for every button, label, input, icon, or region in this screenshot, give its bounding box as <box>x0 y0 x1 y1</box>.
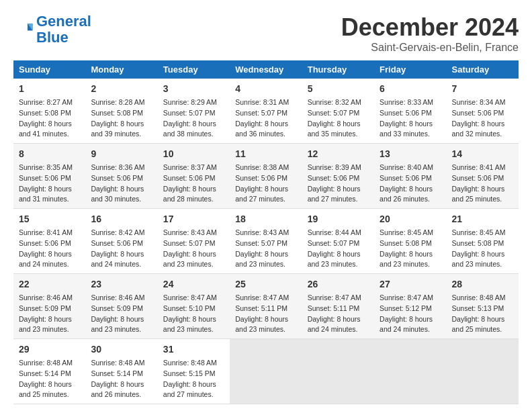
day-info: Sunrise: 8:47 AM Sunset: 5:11 PM Dayligh… <box>235 293 296 335</box>
day-number: 3 <box>163 82 224 96</box>
day-number: 17 <box>163 212 224 226</box>
day-number: 2 <box>91 82 152 96</box>
day-info: Sunrise: 8:38 AM Sunset: 5:06 PM Dayligh… <box>235 163 296 205</box>
day-number: 8 <box>19 147 80 161</box>
day-info: Sunrise: 8:48 AM Sunset: 5:14 PM Dayligh… <box>91 358 152 400</box>
day-number: 18 <box>235 212 296 226</box>
day-cell: 12 Sunrise: 8:39 AM Sunset: 5:06 PM Dayl… <box>302 144 374 209</box>
day-cell: 22 Sunrise: 8:46 AM Sunset: 5:09 PM Dayl… <box>13 274 85 339</box>
day-header-thursday: Thursday <box>302 60 374 79</box>
day-number: 9 <box>91 147 152 161</box>
day-cell: 8 Sunrise: 8:35 AM Sunset: 5:06 PM Dayli… <box>13 144 85 209</box>
week-row-4: 22 Sunrise: 8:46 AM Sunset: 5:09 PM Dayl… <box>13 274 519 339</box>
day-info: Sunrise: 8:27 AM Sunset: 5:08 PM Dayligh… <box>19 97 80 140</box>
day-number: 7 <box>452 82 513 96</box>
day-cell: 14 Sunrise: 8:41 AM Sunset: 5:06 PM Dayl… <box>447 144 519 209</box>
day-cell: 15 Sunrise: 8:41 AM Sunset: 5:06 PM Dayl… <box>13 209 85 274</box>
day-number: 16 <box>91 212 152 226</box>
location: Saint-Gervais-en-Belin, France <box>341 42 519 54</box>
day-header-monday: Monday <box>85 60 157 79</box>
week-row-3: 15 Sunrise: 8:41 AM Sunset: 5:06 PM Dayl… <box>13 209 519 274</box>
day-info: Sunrise: 8:45 AM Sunset: 5:08 PM Dayligh… <box>452 228 513 270</box>
week-row-2: 8 Sunrise: 8:35 AM Sunset: 5:06 PM Dayli… <box>13 144 519 209</box>
day-info: Sunrise: 8:47 AM Sunset: 5:12 PM Dayligh… <box>380 293 441 335</box>
day-cell <box>374 339 446 404</box>
day-cell: 20 Sunrise: 8:45 AM Sunset: 5:08 PM Dayl… <box>374 209 446 274</box>
day-info: Sunrise: 8:46 AM Sunset: 5:09 PM Dayligh… <box>19 293 80 335</box>
day-number: 26 <box>308 277 369 291</box>
day-cell: 5 Sunrise: 8:32 AM Sunset: 5:07 PM Dayli… <box>302 79 374 144</box>
day-info: Sunrise: 8:33 AM Sunset: 5:06 PM Dayligh… <box>380 97 441 140</box>
day-info: Sunrise: 8:39 AM Sunset: 5:06 PM Dayligh… <box>308 163 369 205</box>
day-number: 27 <box>380 277 441 291</box>
day-cell: 1 Sunrise: 8:27 AM Sunset: 5:08 PM Dayli… <box>13 79 85 144</box>
day-info: Sunrise: 8:47 AM Sunset: 5:10 PM Dayligh… <box>163 293 224 335</box>
day-number: 1 <box>19 82 80 96</box>
logo-icon <box>13 19 34 40</box>
day-number: 13 <box>380 147 441 161</box>
day-cell: 2 Sunrise: 8:28 AM Sunset: 5:08 PM Dayli… <box>85 79 157 144</box>
title-block: December 2024 Saint-Gervais-en-Belin, Fr… <box>341 13 519 54</box>
day-info: Sunrise: 8:34 AM Sunset: 5:06 PM Dayligh… <box>452 97 513 140</box>
day-info: Sunrise: 8:45 AM Sunset: 5:08 PM Dayligh… <box>380 228 441 270</box>
day-info: Sunrise: 8:48 AM Sunset: 5:13 PM Dayligh… <box>452 293 513 335</box>
day-cell <box>230 339 302 404</box>
day-info: Sunrise: 8:43 AM Sunset: 5:07 PM Dayligh… <box>163 228 224 270</box>
day-info: Sunrise: 8:37 AM Sunset: 5:06 PM Dayligh… <box>163 163 224 205</box>
day-number: 21 <box>452 212 513 226</box>
page-header: General Blue December 2024 Saint-Gervais… <box>13 13 519 54</box>
logo: General Blue <box>13 13 91 46</box>
day-number: 24 <box>163 277 224 291</box>
day-cell: 21 Sunrise: 8:45 AM Sunset: 5:08 PM Dayl… <box>447 209 519 274</box>
day-number: 10 <box>163 147 224 161</box>
day-cell: 11 Sunrise: 8:38 AM Sunset: 5:06 PM Dayl… <box>230 144 302 209</box>
day-number: 22 <box>19 277 80 291</box>
day-info: Sunrise: 8:44 AM Sunset: 5:07 PM Dayligh… <box>308 228 369 270</box>
day-number: 28 <box>452 277 513 291</box>
day-cell: 13 Sunrise: 8:40 AM Sunset: 5:06 PM Dayl… <box>374 144 446 209</box>
day-cell: 28 Sunrise: 8:48 AM Sunset: 5:13 PM Dayl… <box>447 274 519 339</box>
day-info: Sunrise: 8:40 AM Sunset: 5:06 PM Dayligh… <box>380 163 441 205</box>
day-cell: 30 Sunrise: 8:48 AM Sunset: 5:14 PM Dayl… <box>85 339 157 404</box>
day-cell: 3 Sunrise: 8:29 AM Sunset: 5:07 PM Dayli… <box>158 79 230 144</box>
day-number: 6 <box>380 82 441 96</box>
day-number: 30 <box>91 342 152 357</box>
day-header-friday: Friday <box>374 60 446 79</box>
day-number: 5 <box>308 82 369 96</box>
day-number: 19 <box>308 212 369 226</box>
day-cell: 18 Sunrise: 8:43 AM Sunset: 5:07 PM Dayl… <box>230 209 302 274</box>
day-info: Sunrise: 8:46 AM Sunset: 5:09 PM Dayligh… <box>91 293 152 335</box>
day-cell: 23 Sunrise: 8:46 AM Sunset: 5:09 PM Dayl… <box>85 274 157 339</box>
month-title: December 2024 <box>341 13 519 42</box>
day-number: 31 <box>163 342 224 357</box>
day-number: 12 <box>308 147 369 161</box>
day-number: 23 <box>91 277 152 291</box>
day-cell: 7 Sunrise: 8:34 AM Sunset: 5:06 PM Dayli… <box>447 79 519 144</box>
day-number: 25 <box>235 277 296 291</box>
day-cell: 31 Sunrise: 8:48 AM Sunset: 5:15 PM Dayl… <box>158 339 230 404</box>
day-cell: 17 Sunrise: 8:43 AM Sunset: 5:07 PM Dayl… <box>158 209 230 274</box>
day-number: 20 <box>380 212 441 226</box>
day-cell <box>447 339 519 404</box>
day-cell: 10 Sunrise: 8:37 AM Sunset: 5:06 PM Dayl… <box>158 144 230 209</box>
day-info: Sunrise: 8:43 AM Sunset: 5:07 PM Dayligh… <box>235 228 296 270</box>
day-cell: 25 Sunrise: 8:47 AM Sunset: 5:11 PM Dayl… <box>230 274 302 339</box>
day-info: Sunrise: 8:48 AM Sunset: 5:14 PM Dayligh… <box>19 358 80 400</box>
day-info: Sunrise: 8:42 AM Sunset: 5:06 PM Dayligh… <box>91 228 152 270</box>
day-header-wednesday: Wednesday <box>230 60 302 79</box>
day-cell: 16 Sunrise: 8:42 AM Sunset: 5:06 PM Dayl… <box>85 209 157 274</box>
day-cell: 27 Sunrise: 8:47 AM Sunset: 5:12 PM Dayl… <box>374 274 446 339</box>
day-info: Sunrise: 8:32 AM Sunset: 5:07 PM Dayligh… <box>308 97 369 140</box>
day-cell <box>302 339 374 404</box>
day-info: Sunrise: 8:29 AM Sunset: 5:07 PM Dayligh… <box>163 97 224 140</box>
day-info: Sunrise: 8:48 AM Sunset: 5:15 PM Dayligh… <box>163 358 224 400</box>
calendar-table: SundayMondayTuesdayWednesdayThursdayFrid… <box>13 60 519 404</box>
day-cell: 26 Sunrise: 8:47 AM Sunset: 5:11 PM Dayl… <box>302 274 374 339</box>
day-info: Sunrise: 8:28 AM Sunset: 5:08 PM Dayligh… <box>91 97 152 140</box>
day-cell: 19 Sunrise: 8:44 AM Sunset: 5:07 PM Dayl… <box>302 209 374 274</box>
logo-text: General Blue <box>36 13 91 46</box>
day-info: Sunrise: 8:31 AM Sunset: 5:07 PM Dayligh… <box>235 97 296 140</box>
day-info: Sunrise: 8:36 AM Sunset: 5:06 PM Dayligh… <box>91 163 152 205</box>
day-cell: 24 Sunrise: 8:47 AM Sunset: 5:10 PM Dayl… <box>158 274 230 339</box>
day-number: 11 <box>235 147 296 161</box>
